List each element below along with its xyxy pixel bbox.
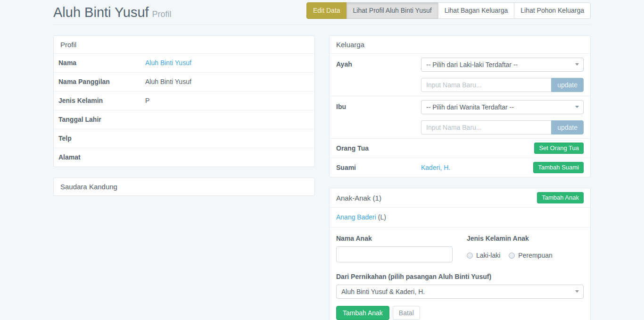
jenis-kelamin-anak-label: Jenis Kelamin Anak	[467, 235, 584, 242]
form-buttons: Tambah Anak Batal	[336, 306, 584, 320]
profil-panel: Profil Nama Aluh Binti Yusuf Nama Panggi…	[53, 35, 315, 167]
lihat-bagan-keluarga-button[interactable]: Lihat Bagan Keluarga	[438, 2, 515, 19]
view-toolbar: Edit Data Lihat Profil Aluh Binti Yusuf …	[306, 2, 591, 19]
page-header: Aluh Binti YusufProfil Edit Data Lihat P…	[53, 0, 591, 20]
child-name-link[interactable]: Anang Baderi	[336, 213, 376, 221]
tambah-suami-button[interactable]: Tambah Suami	[533, 162, 584, 173]
gender-radio-group: Laki-laki Perempuan	[467, 252, 584, 259]
table-row: Nama Aluh Binti Yusuf	[54, 53, 314, 72]
suami-value-link[interactable]: Kaderi, H.	[421, 164, 450, 171]
anak-anak-panel: Anak-Anak (1) Tambah Anak Anang Baderi (…	[329, 188, 591, 320]
ayah-select[interactable]: -- Pilih dari Laki-laki Terdaftar --	[421, 58, 584, 72]
table-row: Telp	[54, 129, 314, 148]
set-orang-tua-button[interactable]: Set Orang Tua	[534, 143, 584, 154]
right-column: Keluarga Ayah -- Pilih dari Laki-laki Te…	[329, 35, 591, 320]
batal-button[interactable]: Batal	[393, 306, 420, 320]
edit-data-button[interactable]: Edit Data	[306, 2, 347, 19]
ayah-label: Ayah	[336, 58, 421, 92]
tambah-anak-submit-button[interactable]: Tambah Anak	[336, 306, 389, 320]
suami-label: Suami	[336, 164, 421, 171]
nama-anak-input[interactable]	[336, 246, 453, 262]
anak-anak-panel-title: Anak-Anak (1)	[336, 194, 381, 202]
orang-tua-label: Orang Tua	[336, 144, 421, 152]
keluarga-panel: Keluarga Ayah -- Pilih dari Laki-laki Te…	[329, 35, 591, 177]
laki-laki-radio-label: Laki-laki	[476, 252, 500, 259]
radio-option-perempuan[interactable]: Perempuan	[509, 252, 552, 259]
lihat-profil-button[interactable]: Lihat Profil Aluh Binti Yusuf	[347, 2, 438, 19]
ibu-update-button[interactable]: update	[551, 120, 584, 135]
row-label: Jenis Kelamin	[58, 96, 145, 105]
dari-pernikahan-label: Dari Pernikahan (pilih pasangan Aluh Bin…	[336, 273, 584, 280]
tambah-anak-header-button[interactable]: Tambah Anak	[537, 192, 584, 203]
ibu-input-group: update	[421, 120, 584, 135]
row-value: Aluh Binti Yusuf	[145, 77, 310, 86]
nama-value-link[interactable]: Aluh Binti Yusuf	[145, 59, 191, 67]
radio-option-laki-laki[interactable]: Laki-laki	[467, 252, 500, 259]
child-list-item: Anang Baderi (L)	[330, 207, 590, 227]
page-subtitle: Profil	[152, 9, 172, 19]
table-row: Nama Panggilan Aluh Binti Yusuf	[54, 72, 314, 91]
left-column: Profil Nama Aluh Binti Yusuf Nama Panggi…	[53, 35, 315, 320]
ayah-update-button[interactable]: update	[551, 78, 584, 92]
row-value	[145, 134, 310, 143]
perempuan-radio[interactable]	[509, 253, 515, 259]
table-row: Jenis Kelamin P	[54, 91, 314, 110]
table-row: Alamat	[54, 148, 314, 167]
laki-laki-radio[interactable]	[467, 253, 473, 259]
row-label: Alamat	[58, 153, 145, 162]
child-gender-suffix: (L)	[378, 213, 386, 221]
ayah-name-input[interactable]	[421, 78, 551, 92]
ibu-row: Ibu -- Pilih dari Wanita Terdaftar -- up…	[330, 96, 590, 138]
saudara-kandung-panel: Saudara Kandung	[53, 177, 315, 196]
orang-tua-row: Orang Tua Set Orang Tua	[330, 138, 590, 158]
add-child-form: Nama Anak Jenis Kelamin Anak Laki-laki	[330, 227, 590, 320]
header-divider	[53, 25, 591, 25]
row-label: Nama Panggilan	[58, 77, 145, 86]
ibu-select[interactable]: -- Pilih dari Wanita Terdaftar --	[421, 100, 584, 114]
dari-pernikahan-select[interactable]: Aluh Binti Yusuf & Kaderi, H.	[336, 285, 584, 299]
ibu-name-input[interactable]	[421, 120, 551, 135]
perempuan-radio-label: Perempuan	[518, 252, 552, 259]
saudara-kandung-panel-title: Saudara Kandung	[54, 178, 314, 195]
lihat-pohon-keluarga-button[interactable]: Lihat Pohon Keluarga	[514, 2, 591, 19]
profil-panel-title: Profil	[54, 36, 314, 53]
keluarga-panel-title: Keluarga	[330, 36, 590, 53]
row-label: Tanggal Lahir	[58, 115, 145, 124]
table-row: Tanggal Lahir	[54, 110, 314, 129]
suami-row: Suami Kaderi, H. Tambah Suami	[330, 158, 590, 177]
row-label: Telp	[58, 134, 145, 143]
row-value: P	[145, 96, 310, 105]
page-container: Aluh Binti YusufProfil Edit Data Lihat P…	[53, 0, 591, 320]
person-name: Aluh Binti Yusuf	[53, 5, 149, 20]
ayah-row: Ayah -- Pilih dari Laki-laki Terdaftar -…	[330, 53, 590, 96]
anak-anak-panel-heading: Anak-Anak (1) Tambah Anak	[330, 188, 590, 207]
row-value	[145, 153, 310, 162]
nama-anak-label: Nama Anak	[336, 235, 453, 242]
ibu-label: Ibu	[336, 100, 421, 135]
row-label: Nama	[58, 59, 145, 67]
ayah-input-group: update	[421, 78, 584, 92]
row-value	[145, 115, 310, 124]
